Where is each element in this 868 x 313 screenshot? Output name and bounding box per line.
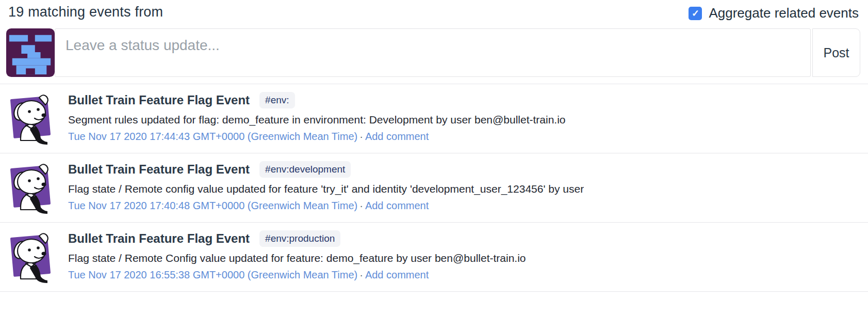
- meta-separator: ·: [357, 131, 365, 142]
- event-description: Flag state / Remote config value updated…: [68, 183, 584, 195]
- page-title: 19 matching events from: [8, 4, 163, 20]
- event-title: Bullet Train Feature Flag Event: [68, 162, 250, 177]
- status-composer: Post: [6, 28, 860, 77]
- event-tag[interactable]: #env:development: [259, 161, 351, 178]
- datadog-avatar: [5, 229, 56, 284]
- identicon-icon: [6, 28, 55, 77]
- event-row: Bullet Train Feature Flag Event #env: Se…: [0, 84, 868, 153]
- aggregate-toggle[interactable]: ✓ Aggregate related events: [689, 5, 859, 21]
- event-body: Bullet Train Feature Flag Event #env:dev…: [68, 160, 584, 215]
- meta-separator: ·: [357, 200, 365, 211]
- event-description: Segment rules updated for flag: demo_fea…: [68, 114, 566, 126]
- user-avatar-identicon: [6, 28, 55, 77]
- event-description: Flag state / Remote Config value updated…: [68, 252, 526, 264]
- datadog-dog-icon: [5, 229, 55, 284]
- status-update-input[interactable]: [55, 28, 811, 77]
- event-title: Bullet Train Feature Flag Event: [68, 93, 250, 107]
- event-timestamp-link[interactable]: Tue Nov 17 2020 17:40:48 GMT+0000 (Green…: [68, 200, 357, 211]
- event-body: Bullet Train Feature Flag Event #env:pro…: [68, 229, 526, 284]
- events-header: 19 matching events from ✓ Aggregate rela…: [0, 0, 868, 25]
- event-timestamp-link[interactable]: Tue Nov 17 2020 17:44:43 GMT+0000 (Green…: [68, 131, 357, 142]
- meta-separator: ·: [357, 269, 365, 280]
- event-row: Bullet Train Feature Flag Event #env:dev…: [0, 153, 868, 223]
- post-button[interactable]: Post: [812, 28, 860, 77]
- datadog-dog-icon: [5, 160, 55, 215]
- aggregate-label: Aggregate related events: [709, 5, 859, 21]
- event-tag[interactable]: #env:: [259, 92, 294, 108]
- event-title: Bullet Train Feature Flag Event: [68, 231, 250, 246]
- event-tag[interactable]: #env:production: [259, 230, 340, 247]
- event-timestamp-link[interactable]: Tue Nov 17 2020 16:55:38 GMT+0000 (Green…: [68, 269, 357, 280]
- datadog-avatar: [5, 160, 56, 215]
- checkmark-icon: ✓: [692, 8, 699, 19]
- event-body: Bullet Train Feature Flag Event #env: Se…: [68, 91, 566, 146]
- add-comment-link[interactable]: Add comment: [365, 269, 429, 280]
- add-comment-link[interactable]: Add comment: [365, 131, 429, 142]
- add-comment-link[interactable]: Add comment: [365, 200, 429, 211]
- datadog-dog-icon: [5, 91, 55, 146]
- event-row: Bullet Train Feature Flag Event #env:pro…: [0, 223, 868, 292]
- datadog-avatar: [5, 91, 56, 146]
- aggregate-checkbox[interactable]: ✓: [689, 7, 702, 20]
